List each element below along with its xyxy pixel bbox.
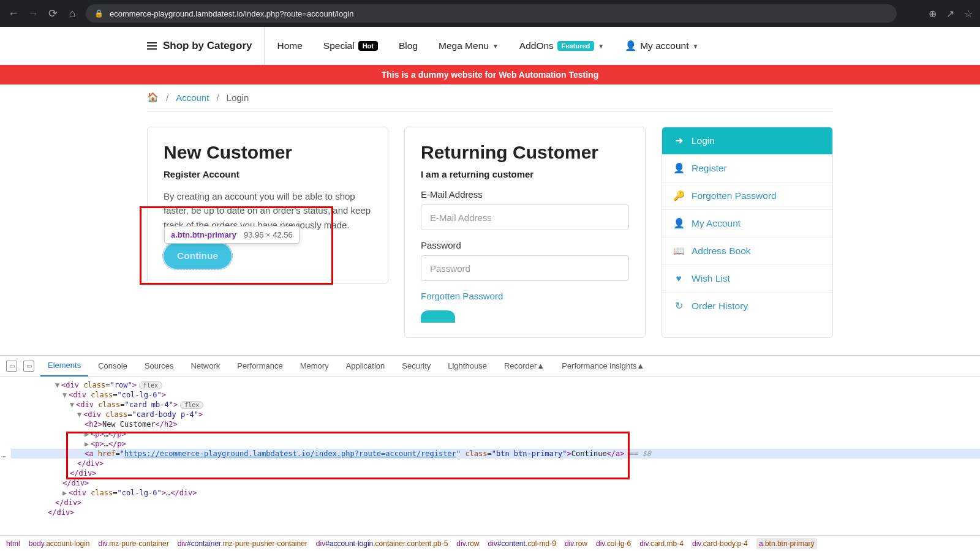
sidebar-register[interactable]: 👤 Register <box>662 155 832 182</box>
featured-badge: Featured <box>557 41 594 51</box>
nav-special[interactable]: Special Hot <box>323 40 378 51</box>
nav-blog[interactable]: Blog <box>399 40 418 51</box>
shop-by-category[interactable]: Shop by Category <box>147 27 265 65</box>
sidebar-wish-list[interactable]: ♥ Wish List <box>662 265 832 293</box>
lock-icon: 🔒 <box>94 9 104 18</box>
register-subtitle: Register Account <box>164 169 372 179</box>
continue-button[interactable]: Continue <box>164 243 232 269</box>
sidebar-login[interactable]: ➜ Login <box>662 127 832 155</box>
returning-subtitle: I am a returning customer <box>421 169 629 179</box>
user-plus-icon: 👤 <box>673 163 684 174</box>
book-icon: 📖 <box>673 246 684 257</box>
login-icon: ➜ <box>673 135 684 146</box>
forgot-password-link[interactable]: Forgotten Password <box>421 291 503 301</box>
nav-home[interactable]: Home <box>277 40 302 51</box>
login-button-partial[interactable] <box>421 310 455 323</box>
shop-label: Shop by Category <box>163 40 252 52</box>
user-icon: 👤 <box>625 40 636 51</box>
password-input[interactable] <box>421 255 629 281</box>
home-icon[interactable]: ⌂ <box>66 7 78 20</box>
email-input[interactable] <box>421 204 629 230</box>
new-customer-card: New Customer Register Account By creatin… <box>147 127 388 284</box>
sidebar-address-book[interactable]: 📖 Address Book <box>662 238 832 265</box>
back-icon[interactable]: ← <box>7 7 20 20</box>
browser-toolbar: ← → ⟳ ⌂ 🔒 ecommerce-playground.lambdates… <box>0 0 980 27</box>
address-bar[interactable]: 🔒 ecommerce-playground.lambdatest.io/ind… <box>86 4 897 23</box>
main-nav: Shop by Category Home Special Hot Blog M… <box>147 27 833 65</box>
announcement-banner: This is a dummy website for Web Automati… <box>0 65 980 84</box>
user-icon: 👤 <box>673 218 684 229</box>
chevron-down-icon: ▼ <box>492 43 499 50</box>
element-tooltip: a.btn.btn-primary 93.96 × 42.56 <box>164 226 300 244</box>
heart-icon: ♥ <box>673 273 684 284</box>
chevron-down-icon: ▼ <box>692 43 698 50</box>
sidebar-order-history[interactable]: ↻ Order History <box>662 293 832 320</box>
nav-my-account[interactable]: 👤 My account▼ <box>625 40 698 51</box>
password-label: Password <box>421 240 629 250</box>
home-icon[interactable]: 🏠 <box>147 92 159 103</box>
email-label: E-Mail Address <box>421 189 629 200</box>
hot-badge: Hot <box>358 41 378 51</box>
breadcrumb-login: Login <box>227 92 249 103</box>
account-sidebar: ➜ Login 👤 Register 🔑 Forgotten Password … <box>662 127 833 338</box>
nav-addons[interactable]: AddOns Featured ▼ <box>519 40 604 51</box>
new-customer-title: New Customer <box>164 142 372 163</box>
hamburger-icon <box>147 42 157 50</box>
forward-icon[interactable]: → <box>27 7 39 20</box>
returning-title: Returning Customer <box>421 142 629 163</box>
zoom-icon[interactable]: ⊕ <box>929 8 937 20</box>
returning-customer-card: Returning Customer I am a returning cust… <box>404 127 646 338</box>
sidebar-my-account[interactable]: 👤 My Account <box>662 210 832 238</box>
sidebar-forgot[interactable]: 🔑 Forgotten Password <box>662 182 832 210</box>
reload-icon[interactable]: ⟳ <box>47 7 59 20</box>
key-icon: 🔑 <box>673 190 684 201</box>
breadcrumb: 🏠 / Account / Login <box>147 84 833 112</box>
history-icon: ↻ <box>673 301 684 312</box>
nav-mega-menu[interactable]: Mega Menu▼ <box>439 40 499 51</box>
url-text: ecommerce-playground.lambdatest.io/index… <box>110 9 354 18</box>
breadcrumb-account[interactable]: Account <box>176 92 209 103</box>
star-icon[interactable]: ☆ <box>964 8 973 20</box>
chevron-down-icon: ▼ <box>598 43 604 50</box>
share-icon[interactable]: ↗ <box>946 8 954 20</box>
